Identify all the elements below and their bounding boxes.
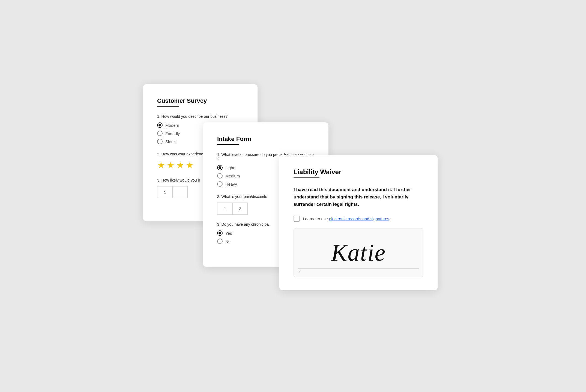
label-no: No (225, 239, 231, 244)
waiver-body-text: I have read this document and understand… (294, 186, 423, 208)
survey-stepper-cell-1[interactable]: 1 (157, 186, 172, 198)
agree-checkbox[interactable] (294, 216, 300, 222)
liability-waiver-card: Liability Waiver I have read this docume… (279, 155, 438, 290)
survey-title: Customer Survey (157, 97, 243, 104)
label-light: Light (225, 165, 234, 170)
radio-medium[interactable] (217, 173, 223, 179)
agree-row: I agree to use electronic records and si… (294, 216, 423, 222)
label-sleek: Sleek (165, 139, 176, 144)
radio-yes[interactable] (217, 230, 223, 236)
agree-link[interactable]: electronic records and signatures (329, 216, 389, 221)
radio-light[interactable] (217, 165, 223, 170)
radio-no[interactable] (217, 239, 223, 244)
survey-title-underline (157, 106, 179, 107)
star-2[interactable]: ★ (167, 160, 175, 170)
intake-stepper-cell-1[interactable]: 1 (217, 203, 232, 215)
radio-sleek[interactable] (157, 139, 163, 144)
star-3[interactable]: ★ (176, 160, 184, 170)
signature-box[interactable]: Katie × (294, 228, 423, 277)
label-friendly: Friendly (165, 131, 180, 136)
agree-text: I agree to use electronic records and si… (303, 216, 390, 221)
radio-dot-modern (159, 124, 161, 126)
label-modern: Modern (165, 123, 179, 128)
survey-q1-label: 1. How would you describe our business? (157, 114, 243, 119)
waiver-title: Liability Waiver (294, 168, 423, 176)
intake-title-underline (217, 144, 239, 145)
intake-stepper-cell-2[interactable]: 2 (232, 203, 248, 215)
intake-title: Intake Form (217, 135, 314, 143)
signature-line (298, 269, 419, 269)
radio-dot-light (219, 166, 221, 169)
radio-friendly[interactable] (157, 131, 163, 136)
waiver-title-underline (294, 177, 319, 178)
label-medium: Medium (225, 174, 240, 178)
radio-heavy[interactable] (217, 181, 223, 187)
label-yes: Yes (225, 231, 232, 236)
clear-signature-icon[interactable]: × (298, 269, 301, 274)
star-4[interactable]: ★ (186, 160, 194, 170)
signature-name: Katie (331, 241, 386, 265)
radio-dot-yes (219, 232, 221, 234)
star-1[interactable]: ★ (157, 160, 165, 170)
survey-stepper-cell-2[interactable] (172, 186, 188, 198)
agree-suffix: . (389, 216, 390, 221)
label-heavy: Heavy (225, 182, 237, 186)
agree-prefix: I agree to use (303, 216, 329, 221)
radio-modern[interactable] (157, 122, 163, 128)
